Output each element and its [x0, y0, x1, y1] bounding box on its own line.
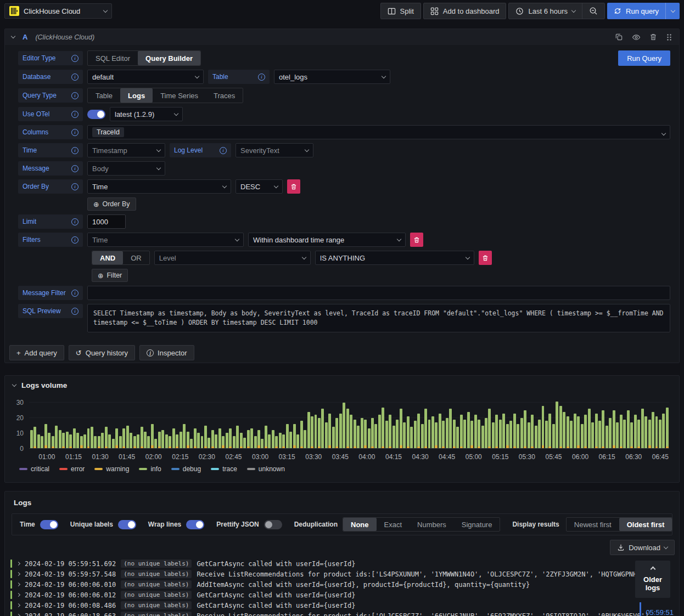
info-icon[interactable]	[258, 74, 265, 81]
expand-log-icon[interactable]	[16, 593, 20, 597]
query-history-button[interactable]: ↺Query history	[69, 345, 135, 360]
expand-log-icon[interactable]	[16, 614, 20, 616]
add-query-button[interactable]: +Add query	[9, 345, 64, 360]
info-icon[interactable]	[71, 55, 79, 62]
info-icon[interactable]	[71, 129, 79, 136]
legend-item-unknown[interactable]: unknown	[247, 465, 285, 473]
duplicate-query-button[interactable]	[615, 33, 623, 41]
option-exact[interactable]: Exact	[377, 518, 410, 531]
option-table[interactable]: Table	[88, 88, 120, 103]
legend-item-error[interactable]: error	[59, 465, 85, 473]
use-otel-toggle[interactable]	[87, 110, 105, 119]
log-row[interactable]: 2024-02-19 06:00:18.663(no unique labels…	[10, 611, 675, 616]
info-icon[interactable]	[71, 290, 79, 297]
collapse-query-icon[interactable]	[11, 34, 15, 38]
info-icon[interactable]	[71, 236, 79, 244]
legend-item-trace[interactable]: trace	[211, 465, 237, 473]
drag-handle-icon[interactable]	[666, 33, 672, 41]
run-query-button[interactable]: Run query	[607, 3, 665, 19]
info-icon[interactable]	[71, 111, 79, 118]
order-by-direction-select[interactable]: DESC	[236, 179, 283, 194]
info-icon[interactable]	[71, 147, 79, 154]
log-row[interactable]: 2024-02-19 05:59:57.548(no unique labels…	[10, 569, 675, 579]
filter-operator-select[interactable]: Within dashboard time range	[248, 233, 406, 247]
info-icon[interactable]	[71, 74, 79, 81]
info-bar-segment	[247, 430, 250, 447]
option-signature[interactable]: Signature	[454, 518, 500, 531]
option-query-builder[interactable]: Query Builder	[138, 51, 200, 65]
info-icon[interactable]	[220, 147, 227, 154]
split-button[interactable]: Split	[380, 3, 421, 19]
option-oldest-first[interactable]: Oldest first	[619, 518, 672, 531]
time-column-select[interactable]: Timestamp	[87, 143, 165, 157]
older-logs-button[interactable]: Older logs	[635, 561, 670, 598]
message-filter-input[interactable]	[87, 286, 670, 300]
legend-item-debug[interactable]: debug	[171, 465, 201, 473]
columns-multiselect[interactable]: TraceId	[87, 125, 670, 139]
zoom-out-button[interactable]	[582, 3, 604, 19]
add-to-dashboard-button[interactable]: Add to dashboard	[423, 3, 507, 19]
volume-bar	[591, 398, 594, 448]
log-row[interactable]: 2024-02-19 06:00:06.010(no unique labels…	[10, 579, 675, 590]
expand-log-icon[interactable]	[16, 572, 20, 576]
database-select[interactable]: default	[87, 70, 204, 84]
logs-volume-plot[interactable]	[29, 398, 669, 449]
remove-order-by-button[interactable]	[287, 179, 300, 194]
run-query-caret-button[interactable]	[665, 3, 680, 19]
option-or[interactable]: OR	[123, 251, 149, 264]
run-query-editor-button[interactable]: Run Query	[618, 50, 670, 66]
log-row[interactable]: 2024-02-19 05:59:51.692(no unique labels…	[10, 558, 675, 569]
option-newest-first[interactable]: Newest first	[567, 518, 619, 531]
option-time-series[interactable]: Time Series	[153, 88, 206, 103]
filter-field-select[interactable]: Time	[87, 233, 244, 247]
limit-input[interactable]	[87, 214, 126, 229]
column-chip-traceid[interactable]: TraceId	[92, 127, 124, 137]
legend-item-warning[interactable]: warning	[94, 465, 129, 473]
filter-sub-field-select[interactable]: Level	[154, 251, 311, 265]
remove-filter-button[interactable]	[410, 233, 423, 247]
volume-bar	[69, 398, 72, 448]
info-icon[interactable]	[71, 218, 79, 225]
log-row[interactable]: 2024-02-19 06:00:06.012(no unique labels…	[10, 590, 675, 600]
query-datasource-hint: (ClickHouse Cloud)	[35, 33, 94, 41]
info-icon[interactable]	[71, 183, 79, 190]
log-row[interactable]: 2024-02-19 06:00:08.486(no unique labels…	[10, 600, 675, 611]
option-numbers[interactable]: Numbers	[410, 518, 454, 531]
option-none[interactable]: None	[343, 518, 377, 531]
info-icon[interactable]	[71, 308, 79, 315]
toggle-switch-unique-labels[interactable]	[118, 520, 136, 529]
remove-sub-filter-button[interactable]	[479, 251, 492, 265]
option-traces[interactable]: Traces	[206, 88, 243, 103]
toggle-switch-prettify-json[interactable]	[264, 520, 282, 529]
message-column-select[interactable]: Body	[87, 161, 165, 176]
inspector-button[interactable]: Inspector	[139, 345, 194, 360]
option-logs[interactable]: Logs	[120, 88, 153, 103]
expand-log-icon[interactable]	[16, 603, 20, 607]
time-controls-group: Last 6 hours	[508, 3, 605, 19]
legend-item-info[interactable]: info	[139, 465, 161, 473]
download-button[interactable]: Download	[610, 540, 675, 555]
info-icon[interactable]	[71, 165, 79, 172]
option-sql-editor[interactable]: SQL Editor	[88, 51, 138, 65]
expand-log-icon[interactable]	[16, 583, 20, 586]
table-select[interactable]: otel_logs	[274, 70, 390, 84]
toggle-switch-wrap-lines[interactable]	[186, 520, 204, 529]
toggle-query-visibility-button[interactable]	[632, 33, 641, 42]
info-icon[interactable]	[71, 92, 79, 99]
toggle-switch-time[interactable]	[40, 520, 58, 529]
option-and[interactable]: AND	[92, 251, 123, 264]
legend-item-critical[interactable]: critical	[19, 465, 49, 473]
time-range-picker[interactable]: Last 6 hours	[509, 3, 582, 19]
remove-query-button[interactable]	[649, 33, 657, 41]
filter-sub-operator-select[interactable]: IS ANYTHING	[315, 251, 474, 265]
log-level-column-select[interactable]: SeverityText	[236, 143, 313, 157]
order-by-field-select[interactable]: Time	[87, 179, 231, 194]
datasource-picker[interactable]: ClickHouse Cloud	[4, 3, 112, 19]
collapse-logs-volume-icon[interactable]	[12, 382, 16, 387]
add-order-by-button[interactable]: ⊕ Order By	[87, 197, 136, 211]
volume-bar	[151, 398, 154, 448]
add-filter-button[interactable]: ⊕ Filter	[92, 269, 128, 282]
expand-log-icon[interactable]	[16, 562, 20, 566]
otel-version-select[interactable]: latest (1.2.9)	[110, 107, 183, 121]
log-timestamp: 2024-02-19 06:00:08.486	[25, 602, 116, 609]
